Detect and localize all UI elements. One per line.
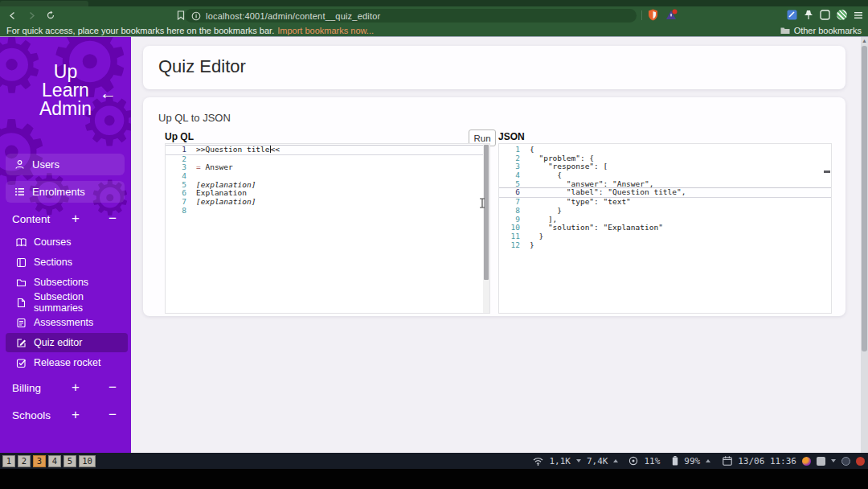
workspace-1[interactable]: 1	[2, 455, 15, 467]
browser-toolbar: localhost:4001/admin/content__quiz_edito…	[0, 6, 868, 24]
code-line[interactable]: 1>>Question title<<	[166, 145, 489, 155]
sidebar-item-label: Courses	[34, 236, 72, 248]
cpu-icon	[628, 456, 638, 466]
billing-expand-button[interactable]: +	[72, 380, 80, 396]
sidebar-item-sections[interactable]: Sections	[6, 253, 126, 272]
code-line[interactable]: 8 }	[499, 207, 831, 216]
profile-avatar[interactable]	[837, 10, 847, 20]
sidebar-group-label: Schools	[12, 409, 51, 421]
back-button[interactable]	[5, 9, 19, 22]
other-bookmarks-label[interactable]: Other bookmarks	[794, 26, 862, 35]
upql-scrollbar[interactable]	[483, 144, 489, 313]
sidebar-group-schools: Schools + −	[6, 405, 125, 425]
code-line[interactable]: 8	[166, 207, 489, 216]
sidebar-item-enrolments[interactable]: Enrolments	[6, 181, 125, 203]
mouse-ibeam-cursor	[479, 198, 485, 208]
folder-icon	[780, 27, 790, 35]
schools-collapse-button[interactable]: −	[108, 407, 117, 423]
sidebar-item-label: Sections	[34, 257, 72, 268]
forward-button[interactable]	[24, 9, 39, 22]
tray-icon-app2[interactable]	[856, 457, 865, 466]
tray-icon-settings[interactable]	[841, 457, 850, 466]
code-line[interactable]: 12}	[499, 241, 831, 250]
checkbox-check-icon	[16, 358, 27, 368]
sidebar-group-content: Content + −	[6, 208, 125, 229]
workspace-2[interactable]: 2	[18, 455, 31, 467]
sidebar-group-label: Billing	[12, 382, 41, 394]
url-text: localhost:4001/admin/content__quiz_edito…	[206, 11, 380, 21]
battery-value: 99%	[684, 456, 700, 466]
battery-icon	[672, 456, 678, 466]
tray-expand-arrow-icon[interactable]	[831, 459, 836, 462]
screen-bottom-black-strip	[0, 469, 868, 489]
main-content: Quiz Editor Up QL to JSON Up QL Run JSON…	[131, 37, 861, 453]
list-icon	[14, 187, 25, 197]
card-title: Up QL to JSON	[158, 112, 231, 124]
tray-icon-display[interactable]	[817, 457, 825, 466]
upql-code-editor[interactable]: 1>>Question title<< 2 3= Answer 4 5[expl…	[165, 143, 490, 314]
sidebar: ⚙ ⚙ ⚙ ⚙ ⚙ ⚙ Up Learn Admin ← Users Enrol…	[0, 37, 131, 453]
workspace-3-active[interactable]: 3	[33, 455, 46, 467]
page-scrollbar[interactable]: ▲	[861, 37, 868, 453]
extensions-pin-icon[interactable]	[804, 10, 813, 20]
tray-icon-app[interactable]	[802, 457, 811, 466]
url-bar[interactable]: localhost:4001/admin/content__quiz_edito…	[185, 9, 637, 23]
page-header-card: Quiz Editor	[143, 46, 845, 89]
network-upload-value: 7,4K	[587, 456, 608, 466]
shield-extension-icon[interactable]	[648, 9, 658, 21]
sidebar-group-billing: Billing + −	[6, 377, 125, 398]
calendar-icon	[723, 456, 732, 466]
sidebar-item-label: Subsections	[34, 277, 88, 288]
import-bookmarks-link[interactable]: Import bookmarks now...	[277, 26, 374, 35]
sidebar-item-label: Quiz editor	[34, 337, 82, 348]
open-book-icon	[16, 237, 27, 248]
workspace-10[interactable]: 10	[79, 455, 96, 467]
bookmarks-hint-text: For quick access, place your bookmarks h…	[6, 26, 274, 35]
sidebar-collapse-arrow-icon[interactable]: ←	[100, 84, 117, 103]
workspace-5[interactable]: 5	[63, 455, 76, 467]
json-code-editor[interactable]: 1{ 2 "problem": { 3 "response": [ 4 { 5 …	[498, 143, 832, 314]
refresh-button[interactable]	[43, 9, 58, 22]
warning-extension-icon[interactable]	[665, 9, 678, 21]
code-line[interactable]: 11 }	[499, 232, 831, 241]
sidebar-item-assessments[interactable]: Assessments	[6, 313, 126, 332]
sidebar-item-quiz-editor[interactable]: Quiz editor	[6, 333, 128, 352]
code-line[interactable]: 10 "solution": "Explanation"	[499, 224, 831, 232]
sidebar-item-label: Assessments	[34, 317, 93, 328]
user-icon	[14, 159, 25, 170]
sidebar-item-label: Users	[32, 158, 59, 171]
edit-pencil-icon	[16, 338, 27, 348]
extension-icon-blue[interactable]	[787, 10, 797, 20]
sidebar-item-subsection-summaries[interactable]: Subsection summaries	[6, 293, 126, 312]
workspace-4[interactable]: 4	[48, 455, 61, 467]
sidebar-item-courses[interactable]: Courses	[6, 232, 126, 252]
billing-collapse-button[interactable]: −	[108, 380, 117, 396]
content-expand-button[interactable]: +	[72, 211, 80, 227]
browser-tab-strip	[0, 0, 868, 6]
code-line[interactable]: 3= Answer	[166, 163, 489, 172]
json-editor-label: JSON	[498, 131, 525, 142]
json-scrollbar-marker[interactable]	[824, 171, 830, 173]
scrollbar-thumb[interactable]	[862, 46, 867, 351]
screen: localhost:4001/admin/content__quiz_edito…	[0, 0, 868, 489]
browser-tab[interactable]	[0, 1, 88, 6]
network-download-value: 1,1K	[549, 456, 571, 466]
schools-expand-button[interactable]: +	[72, 407, 80, 423]
browser-menu-icon[interactable]	[854, 10, 863, 20]
sidebar-item-label: Enrolments	[32, 186, 85, 198]
sidebar-item-users[interactable]: Users	[6, 154, 125, 175]
sidebar-group-label: Content	[12, 213, 50, 225]
page-icon	[16, 298, 27, 308]
bookmarks-bar: For quick access, place your bookmarks h…	[0, 24, 868, 36]
scrollbar-up-arrow[interactable]: ▲	[861, 37, 868, 45]
sidebar-item-label: Subsection summaries	[34, 291, 126, 314]
sidebar-item-subsections[interactable]: Subsections	[6, 273, 126, 292]
quiz-editor-card: Up QL to JSON Up QL Run JSON 1>>Question…	[143, 97, 845, 316]
wifi-icon	[533, 457, 543, 466]
battery-charging-icon	[706, 459, 710, 462]
site-info-icon[interactable]	[191, 11, 201, 21]
downloads-icon[interactable]	[820, 10, 830, 20]
code-line[interactable]: 7[explanation]	[166, 198, 489, 207]
sidebar-item-release-rocket[interactable]: Release rocket	[6, 353, 126, 372]
content-collapse-button[interactable]: −	[108, 211, 117, 227]
